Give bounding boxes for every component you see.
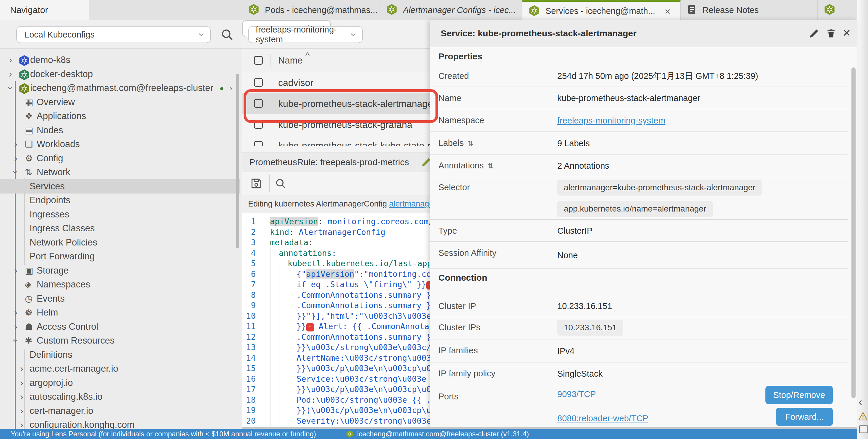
save-icon[interactable]	[250, 177, 263, 190]
table-row[interactable]: kube-prometheus-stack-alertmanager	[242, 93, 430, 114]
kubeconfig-select[interactable]: Local Kubeconfigs ›	[16, 26, 211, 43]
detail-label: Labels⇅	[438, 132, 473, 154]
sidebar-item-config[interactable]: ›⚙Config	[0, 151, 240, 165]
sidebar-item-nodes[interactable]: ▤Nodes	[0, 123, 240, 137]
close-icon[interactable]: ×	[843, 20, 850, 47]
sort-toggle-icon[interactable]: ⇅	[467, 139, 473, 147]
chevron-right-icon[interactable]: ›	[14, 305, 18, 319]
sidebar-item-demo-k8s[interactable]: ›demo-k8s	[0, 53, 240, 67]
detail-label: Annotations⇅	[438, 155, 493, 177]
sidebar-item-workloads[interactable]: ›❏Workloads	[0, 137, 240, 151]
detail-value: 9 Labels	[557, 132, 590, 155]
sidebar-item-icecheng-mathmast-com-freeleaps-cluster[interactable]: ›icecheng@mathmast.com@freeleaps-cluster…	[0, 81, 240, 95]
indent-guide	[288, 405, 297, 416]
port-link[interactable]: 8080:reloader-web/TCP	[557, 414, 648, 423]
kubernetes-icon	[528, 5, 540, 18]
chevron-right-icon[interactable]: ›	[9, 67, 12, 81]
tab-pods-icecheng-mathmas[interactable]: Pods - icecheng@mathmas...	[242, 0, 380, 20]
chevron-right-icon[interactable]: ›	[14, 151, 18, 165]
code-line: 4annotations:	[242, 248, 430, 259]
trash-icon[interactable]	[826, 28, 836, 39]
sidebar-item-docker-desktop[interactable]: ›docker-desktop	[0, 67, 240, 81]
chevron-right-icon[interactable]: ›	[14, 137, 18, 151]
edit-pencil-icon[interactable]	[421, 157, 430, 168]
sidebar-item-applications[interactable]: ❖Applications	[0, 109, 240, 123]
tab-services-icecheng-math[interactable]: Services - icecheng@math...×	[522, 0, 681, 21]
sidebar-item-definitions[interactable]: Definitions	[0, 348, 240, 362]
search-icon[interactable]	[220, 28, 234, 41]
column-header-name[interactable]: Name	[278, 49, 303, 72]
indent-guide	[270, 416, 279, 426]
find-in-editor-icon[interactable]	[275, 177, 286, 189]
prometheusrule-dock-tab[interactable]: PrometheusRule: freepeals-prod-metrics	[242, 152, 430, 172]
sidebar-item-label: Custom Resources	[37, 334, 115, 348]
sidebar-item-ingresses[interactable]: Ingresses	[0, 207, 240, 222]
sidebar-item-network-policies[interactable]: Network Policies	[0, 235, 240, 250]
sidebar-item-network[interactable]: ›⇅Network	[0, 165, 240, 179]
tab-alertmanager-configs-icec[interactable]: Alertmanager Configs - icec...	[380, 0, 522, 20]
table-row[interactable]: kube-prometheus-stack-kube-state-metrics	[242, 135, 430, 146]
sidebar-item-storage[interactable]: ›▣Storage	[0, 264, 240, 278]
sort-toggle-icon[interactable]: ⇅	[487, 162, 493, 170]
yaml-editor[interactable]: 1apiVersion: monitoring.coreos.com/v1alp…	[242, 213, 430, 439]
chevron-right-icon[interactable]: ›	[14, 319, 18, 334]
sidebar-item-autoscaling-k8s-io[interactable]: ›autoscaling.k8s.io	[0, 390, 240, 404]
stop-remove-button[interactable]: Stop/Remove	[766, 386, 833, 404]
sidebar-scrollbar[interactable]	[236, 74, 239, 248]
chevron-right-icon[interactable]: ›	[20, 376, 23, 390]
sidebar-item-events[interactable]: ◷Events	[0, 292, 240, 306]
port-link[interactable]: 9093/TCP	[557, 390, 596, 399]
sort-asc-icon[interactable]: ^	[305, 50, 310, 61]
chevron-down-icon[interactable]: ›	[8, 339, 23, 342]
sidebar-item-access-control[interactable]: ›☗Access Control	[0, 319, 240, 334]
tab-partial[interactable]	[818, 0, 857, 20]
code-line: 20Severity:\u003c/strong\u003e {{	[242, 416, 430, 426]
sidebar-item-port-forwarding[interactable]: Port Forwarding	[0, 249, 240, 264]
sidebar-item-overview[interactable]: ▦Overview	[0, 95, 240, 109]
row-checkbox[interactable]	[254, 99, 263, 108]
chevron-right-icon[interactable]: ›	[20, 390, 23, 404]
editing-breadcrumb: Editing kubernetes AlertmanagerConfig al…	[242, 195, 430, 213]
namespace-select[interactable]: freeleaps-monitoring-system ›	[248, 26, 363, 43]
row-checkbox[interactable]	[254, 120, 263, 129]
chevron-down-icon[interactable]: ›	[3, 87, 18, 90]
chevron-right-icon[interactable]: ›	[20, 362, 23, 376]
table-row[interactable]: kube-prometheus-stack-grafana	[242, 114, 430, 135]
sidebar-item-acme-cert-manager-io[interactable]: ›acme.cert-manager.io	[0, 362, 240, 376]
namespace-link[interactable]: freeleaps-monitoring-system	[557, 116, 665, 125]
chevron-right-icon[interactable]: ›	[14, 264, 18, 278]
line-number: 8	[242, 290, 264, 300]
chevron-down-icon[interactable]: ›	[8, 171, 23, 174]
sidebar-item-argoproj-io[interactable]: ›argoproj.io	[0, 376, 240, 390]
row-checkbox[interactable]	[254, 78, 263, 87]
indent-guide	[270, 332, 279, 342]
sidebar-item-custom-resources[interactable]: ›✱Custom Resources	[0, 334, 240, 348]
close-icon[interactable]: ×	[664, 1, 671, 21]
chevron-right-icon[interactable]: ›	[9, 53, 12, 67]
sidebar-item-endpoints[interactable]: Endpoints	[0, 193, 240, 207]
detail-row-cluster-ip: Cluster IP10.233.16.151	[430, 295, 847, 317]
alertmanager-config-link[interactable]: alertmanager	[389, 199, 430, 208]
active-cluster-status[interactable]: icecheng@mathmast.com@freeleaps-cluster …	[346, 429, 529, 439]
sidebar-item-cert-manager-io[interactable]: ›cert-manager.io	[0, 404, 240, 418]
indent-guide	[279, 342, 288, 353]
selector-badge: alertmanager=kube-prometheus-stack-alert…	[557, 180, 762, 196]
detail-row-cluster-ips: Cluster IPs10.233.16.151	[430, 317, 847, 339]
table-row[interactable]: cadvisor	[242, 72, 430, 93]
panel-scrollbar[interactable]	[851, 67, 856, 398]
sidebar-item-services[interactable]: Services	[0, 179, 240, 194]
forward--button[interactable]: Forward...	[776, 408, 833, 426]
edit-pencil-icon[interactable]	[809, 28, 820, 39]
sidebar-item-ingress-classes[interactable]: Ingress Classes	[0, 221, 240, 235]
line-number: 16	[242, 374, 264, 384]
cluster-status[interactable]: ●›	[220, 81, 232, 95]
sidebar-item-namespaces[interactable]: ◈Namespaces	[0, 277, 240, 292]
code-token: {"	[297, 269, 306, 279]
tab-release-notes[interactable]: Release Notes	[681, 0, 818, 20]
chevron-left-icon[interactable]: ‹	[859, 396, 862, 408]
row-checkbox[interactable]	[254, 141, 263, 146]
indent-guide	[288, 342, 297, 353]
sidebar-item-helm[interactable]: ›☸Helm	[0, 305, 240, 319]
chevron-right-icon[interactable]: ›	[20, 404, 23, 418]
select-all-checkbox[interactable]	[254, 56, 263, 65]
